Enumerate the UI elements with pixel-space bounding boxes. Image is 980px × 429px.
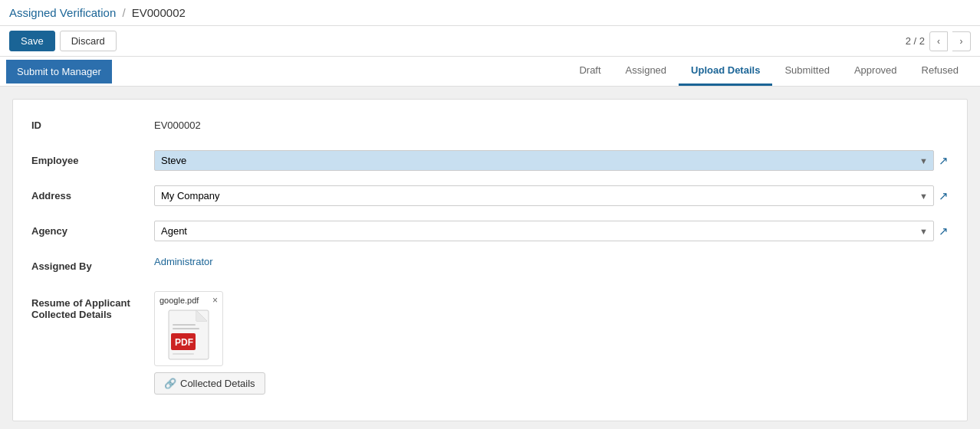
step-draft: Draft bbox=[567, 57, 613, 86]
employee-external-link-icon[interactable]: ↗ bbox=[939, 154, 949, 168]
file-close-icon[interactable]: × bbox=[212, 295, 218, 306]
employee-label: Employee bbox=[31, 150, 154, 166]
svg-rect-7 bbox=[173, 353, 194, 355]
file-card[interactable]: google.pdf × bbox=[154, 291, 223, 366]
employee-select[interactable]: Steve bbox=[154, 150, 934, 171]
pdf-icon: PDF bbox=[167, 309, 210, 361]
pagination-count: 2 / 2 bbox=[906, 35, 925, 47]
employee-field: Steve ▼ ↗ bbox=[154, 150, 949, 171]
breadcrumb-separator: / bbox=[122, 6, 125, 19]
pdf-icon-wrapper: PDF bbox=[166, 307, 212, 362]
breadcrumb-current: EV000002 bbox=[132, 6, 186, 19]
id-row: ID EV000002 bbox=[31, 115, 949, 139]
main-content: ID EV000002 Employee Steve ▼ ↗ Address bbox=[0, 87, 980, 429]
address-select-wrapper: My Company ▼ bbox=[154, 185, 934, 206]
status-steps: Draft Assigned Upload Details Submitted … bbox=[567, 57, 980, 86]
collected-details-icon: 🔗 bbox=[164, 378, 176, 389]
agency-select[interactable]: Agent bbox=[154, 221, 934, 241]
address-row: Address My Company ▼ ↗ bbox=[31, 185, 949, 210]
status-bar: Submit to Manager Draft Assigned Upload … bbox=[0, 57, 980, 87]
form-card: ID EV000002 Employee Steve ▼ ↗ Address bbox=[12, 99, 968, 421]
action-bar: Save Discard 2 / 2 ‹ › bbox=[0, 26, 980, 57]
agency-select-wrapper: Agent ▼ bbox=[154, 221, 934, 241]
save-button[interactable]: Save bbox=[9, 31, 55, 51]
next-button[interactable]: › bbox=[952, 31, 971, 51]
agency-row: Agency Agent ▼ ↗ bbox=[31, 221, 949, 245]
agency-external-link-icon[interactable]: ↗ bbox=[939, 224, 949, 238]
collected-details-label: Collected Details bbox=[180, 378, 255, 389]
step-upload-details: Upload Details bbox=[679, 57, 772, 86]
assigned-by-value[interactable]: Administrator bbox=[154, 256, 213, 267]
agency-label: Agency bbox=[31, 221, 154, 237]
submit-to-manager-button[interactable]: Submit to Manager bbox=[6, 60, 112, 84]
collected-details-button[interactable]: 🔗 Collected Details bbox=[154, 372, 265, 395]
address-field: My Company ▼ ↗ bbox=[154, 185, 949, 206]
prev-button[interactable]: ‹ bbox=[929, 31, 948, 51]
step-assigned: Assigned bbox=[613, 57, 679, 86]
assigned-by-row: Assigned By Administrator bbox=[31, 256, 949, 280]
employee-row: Employee Steve ▼ ↗ bbox=[31, 150, 949, 175]
resume-field: google.pdf × bbox=[154, 291, 949, 395]
step-approved: Approved bbox=[842, 57, 909, 86]
resume-label: Resume of Applicant Collected Details bbox=[31, 291, 154, 320]
pagination-area: 2 / 2 ‹ › bbox=[906, 31, 971, 51]
file-name: google.pdf bbox=[159, 296, 212, 305]
id-field: EV000002 bbox=[154, 115, 949, 136]
breadcrumb-link[interactable]: Assigned Verification bbox=[9, 6, 116, 19]
file-card-header: google.pdf × bbox=[158, 295, 219, 307]
address-select[interactable]: My Company bbox=[154, 185, 934, 206]
id-label: ID bbox=[31, 115, 154, 131]
breadcrumb: Assigned Verification / EV000002 bbox=[9, 6, 186, 19]
address-external-link-icon[interactable]: ↗ bbox=[939, 189, 949, 203]
id-value: EV000002 bbox=[154, 115, 201, 136]
employee-select-wrapper: Steve ▼ bbox=[154, 150, 934, 171]
discard-button[interactable]: Discard bbox=[60, 31, 117, 51]
step-submitted: Submitted bbox=[772, 57, 842, 86]
svg-rect-4 bbox=[173, 328, 199, 329]
breadcrumb-bar: Assigned Verification / EV000002 bbox=[0, 0, 980, 26]
step-refused: Refused bbox=[909, 57, 971, 86]
action-buttons: Save Discard bbox=[9, 31, 117, 51]
resume-row: Resume of Applicant Collected Details go… bbox=[31, 291, 949, 395]
svg-rect-3 bbox=[173, 324, 196, 326]
attachment-area: google.pdf × bbox=[154, 291, 265, 395]
assigned-by-label: Assigned By bbox=[31, 256, 154, 272]
assigned-by-field: Administrator bbox=[154, 256, 949, 267]
svg-text:PDF: PDF bbox=[175, 337, 193, 348]
address-label: Address bbox=[31, 185, 154, 201]
agency-field: Agent ▼ ↗ bbox=[154, 221, 949, 241]
